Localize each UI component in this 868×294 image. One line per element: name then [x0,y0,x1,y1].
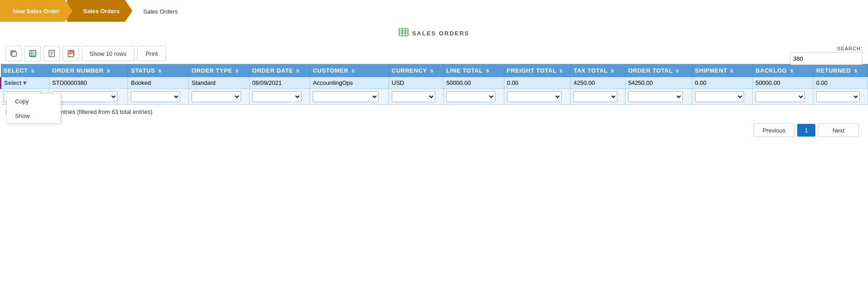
sort-arrows-currency: ⇅ [430,69,434,74]
backlog-cell: 50000.00 [753,77,814,89]
table-wrapper: SELECT ⇅ ORDER NUMBER ⇅ STATUS ⇅ ORDER T… [0,64,868,105]
search-area: SEARCH: [790,46,863,65]
sort-arrows-customer: ⇅ [351,69,355,74]
nav-new-sales-label: New Sales Order [13,8,59,15]
col-order-number-header[interactable]: ORDER NUMBER ⇅ [49,64,128,77]
filter-line-total-dropdown[interactable] [446,91,496,102]
nav-sales-orders[interactable]: Sales Orders [67,0,132,22]
status-cell: Booked [128,77,189,89]
filter-order-date[interactable] [249,89,310,105]
col-tax-total-header[interactable]: TAX TOTAL ⇅ [571,64,625,77]
filter-returned-dropdown[interactable] [816,91,860,102]
next-label: Next [833,127,845,134]
toolbar: PDF Show 10 rows Print SEARCH: [0,43,868,64]
filter-backlog-dropdown[interactable] [755,91,805,102]
tax-total-cell: 4250.00 [571,77,625,89]
sort-arrows-freight-total: ⇅ [559,69,563,74]
order-date-cell: 08/09/2021 [249,77,310,89]
filter-order-total[interactable] [625,89,692,105]
filter-shipment-dropdown[interactable] [695,91,745,102]
show-rows-label: Show 10 rows [89,50,127,57]
dropdown-show[interactable]: Show [7,108,60,123]
customer-cell: AccountingOps [310,77,389,89]
sort-arrows-returned: ⇅ [854,69,858,74]
search-input[interactable] [790,52,863,65]
print-button[interactable]: Print [137,46,167,61]
page-title: SALES ORDERS [412,30,470,37]
dropdown-copy[interactable]: Copy [7,94,60,108]
col-order-type-header[interactable]: ORDER TYPE ⇅ [189,64,250,77]
svg-text:PDF: PDF [69,50,74,56]
showing-text: Showing 1 to 1 of 1 entries (filtered fr… [0,105,868,119]
sort-arrows-tax-total: ⇅ [611,69,615,74]
sort-arrows-select: ⇅ [31,69,35,74]
excel-button[interactable] [25,46,41,61]
filter-customer[interactable] [310,89,389,105]
dropdown-menu: Copy Show [6,93,61,123]
freight-total-cell: 0.00 [504,77,571,89]
table-header-row: SELECT ⇅ ORDER NUMBER ⇅ STATUS ⇅ ORDER T… [1,64,868,77]
nav-bar: New Sales Order Sales Orders Sales Order… [0,0,868,22]
order-type-cell: Standard [189,77,250,89]
table-icon [399,28,409,39]
pagination-area: Previous 1 Next [0,119,868,142]
col-order-total-header[interactable]: ORDER TOTAL ⇅ [625,64,692,77]
filter-status[interactable] [128,89,189,105]
sort-arrows-line-total: ⇅ [486,69,490,74]
col-status-header[interactable]: STATUS ⇅ [128,64,189,77]
next-button[interactable]: Next [818,123,859,137]
sort-arrows-backlog: ⇅ [790,69,794,74]
search-label: SEARCH: [837,46,863,51]
filter-freight-total[interactable] [504,89,571,105]
filter-line-total[interactable] [443,89,504,105]
shipment-cell: 0.00 [692,77,753,89]
previous-label: Previous [763,127,786,134]
filter-order-total-dropdown[interactable] [628,91,683,102]
filter-order-type-dropdown[interactable] [192,91,241,102]
sort-arrows-order-date: ⇅ [296,69,300,74]
filter-freight-total-dropdown[interactable] [507,91,562,102]
sort-arrows-status: ⇅ [158,69,162,74]
col-shipment-header[interactable]: SHIPMENT ⇅ [692,64,753,77]
sort-arrows-order-number: ⇅ [107,69,111,74]
col-order-date-header[interactable]: ORDER DATE ⇅ [249,64,310,77]
filter-order-type[interactable] [189,89,250,105]
filter-currency-dropdown[interactable] [392,91,435,102]
line-total-cell: 50000.00 [443,77,504,89]
col-currency-header[interactable]: CURRENCY ⇅ [389,64,443,77]
previous-button[interactable]: Previous [754,123,794,137]
svg-rect-0 [399,29,408,36]
copy-button[interactable] [5,46,22,61]
filter-returned[interactable] [813,89,868,105]
breadcrumb: Sales Orders [133,7,178,15]
page-1-button[interactable]: 1 [797,124,815,137]
currency-cell: USD [389,77,443,89]
filter-currency[interactable] [389,89,443,105]
filter-backlog[interactable] [753,89,814,105]
sales-orders-table: SELECT ⇅ ORDER NUMBER ⇅ STATUS ⇅ ORDER T… [0,64,868,105]
select-cell[interactable]: Select ▾ [1,77,49,89]
filter-order-number-dropdown[interactable] [52,91,118,102]
col-freight-total-header[interactable]: FREIGHT TOTAL ⇅ [504,64,571,77]
sort-arrows-order-total: ⇅ [676,69,680,74]
doc-button[interactable] [44,46,60,61]
breadcrumb-text: Sales Orders [143,8,178,15]
col-backlog-header[interactable]: BACKLOG ⇅ [753,64,814,77]
col-returned-header[interactable]: RETURNED ⇅ [813,64,868,77]
filter-customer-dropdown[interactable] [313,91,379,102]
col-customer-header[interactable]: CUSTOMER ⇅ [310,64,389,77]
filter-status-dropdown[interactable] [131,91,180,102]
table-filter-row [1,89,868,105]
select-dropdown-value[interactable]: Select ▾ [4,79,26,86]
nav-new-sales-order[interactable]: New Sales Order [0,0,72,22]
filter-order-date-dropdown[interactable] [252,91,302,102]
col-line-total-header[interactable]: LINE TOTAL ⇅ [443,64,504,77]
filter-shipment[interactable] [692,89,753,105]
show-rows-button[interactable]: Show 10 rows [82,46,134,61]
pdf-button[interactable]: PDF [63,46,79,61]
filter-tax-total[interactable] [571,89,625,105]
filter-order-number[interactable] [49,89,128,105]
filter-tax-total-dropdown[interactable] [573,91,617,102]
col-select-header[interactable]: SELECT ⇅ [1,64,49,77]
nav-sales-orders-label: Sales Orders [83,8,119,15]
